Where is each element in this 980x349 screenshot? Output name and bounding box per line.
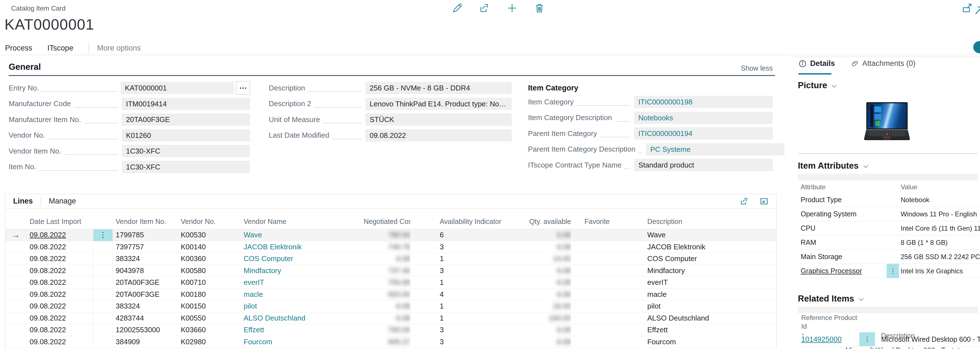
table-row[interactable]: → 09.08.2022 ⋮ 1799785 K00530 Wave 780.5…	[5, 229, 776, 241]
cell-date-last-import[interactable]: 09.08.2022	[30, 302, 66, 311]
cell-vendor-name-link[interactable]: Effzett	[243, 324, 364, 336]
menu-itscope[interactable]: ITscope	[48, 44, 73, 52]
cell-vendor-no[interactable]: K00580	[178, 265, 243, 277]
attribute-row[interactable]: Graphics Processor ⋮ Intel Iris Xe Graph…	[798, 264, 980, 278]
cell-favorite[interactable]	[571, 289, 638, 300]
manufacturer-item-no-input[interactable]: 20TA00F3GE	[122, 113, 250, 125]
cell-favorite[interactable]	[571, 300, 638, 312]
cell-favorite[interactable]	[571, 241, 638, 253]
cell-date-last-import[interactable]: 09.08.2022	[30, 254, 66, 263]
cell-vendor-no[interactable]: K02980	[178, 336, 243, 348]
cell-favorite[interactable]	[571, 265, 638, 277]
entry-no-input[interactable]: KAT0000001	[121, 82, 234, 94]
cell-vendor-name-link[interactable]: ALSO Deutschland	[243, 313, 364, 324]
cell-vendor-item-no[interactable]: 20TA00F3GE	[113, 289, 178, 300]
cell-vendor-no[interactable]: K00710	[178, 277, 243, 289]
table-row[interactable]: → 09.08.2022 ⋮ 9043978 K00580 Mindfactor…	[5, 265, 776, 277]
cell-vendor-name-link[interactable]: Fourcom	[243, 336, 364, 348]
cell-vendor-item-no[interactable]: 1799785	[113, 229, 178, 241]
cell-date-last-import[interactable]: 09.08.2022	[30, 231, 66, 239]
table-row[interactable]: → 09.08.2022 ⋮ 7397757 K00140 JACOB Elek…	[5, 241, 776, 253]
cell-attribute-value[interactable]: Windows 11 Pro - English	[900, 210, 980, 218]
parent-item-category-link[interactable]: ITIC0000000194	[634, 127, 773, 140]
table-row[interactable]: → 09.08.2022 ⋮ 12002553000 K03660 Effzet…	[5, 324, 776, 336]
col-value[interactable]: Value	[900, 183, 980, 191]
lines-tab[interactable]: Lines	[13, 197, 33, 206]
table-row[interactable]: → 09.08.2022 ⋮ 383324 K00150 pilot 6.08 …	[5, 300, 776, 313]
col-favorite[interactable]: Favorite	[571, 217, 638, 225]
table-row[interactable]: → 09.08.2022 ⋮ 384909 K02980 Fourcom 845…	[5, 336, 776, 348]
cell-vendor-item-no[interactable]: 12002553000	[113, 324, 178, 336]
new-button[interactable]	[506, 2, 518, 14]
description-input[interactable]: 256 GB - NVMe - 8 GB - DDR4	[365, 82, 512, 94]
show-less-link[interactable]: Show less	[710, 64, 773, 72]
cell-availability-indicator[interactable]: 3	[410, 241, 507, 253]
table-row[interactable]: → 09.08.2022 ⋮ 4283744 K00550 ALSO Deuts…	[5, 313, 776, 324]
cell-attribute-value[interactable]: Intel Core i5 (11 th Gen) 1135	[900, 224, 980, 232]
cell-date-last-import[interactable]: 09.08.2022	[30, 267, 66, 275]
col-attribute[interactable]: Attribute	[798, 183, 887, 191]
description-2-input[interactable]: Lenovo ThinkPad E14. Product type: Noteb…	[365, 98, 512, 110]
reference-product-id-link[interactable]: 1014925000	[798, 335, 842, 343]
col-vendor-name[interactable]: Vendor Name	[243, 217, 364, 225]
delete-button[interactable]	[534, 2, 545, 14]
lines-open-in-new-button[interactable]	[759, 196, 769, 206]
col-qty-available[interactable]: Qty. available	[507, 217, 571, 225]
cell-attribute-name[interactable]: Main Storage	[798, 253, 887, 261]
last-date-modified-input[interactable]: 09.08.2022	[365, 129, 512, 141]
cell-attribute-value[interactable]: Notebook	[900, 196, 980, 204]
cell-attribute-name[interactable]: RAM	[798, 238, 887, 246]
cell-date-last-import[interactable]: 09.08.2022	[30, 243, 66, 251]
open-in-new-window-button[interactable]	[962, 3, 973, 15]
cell-vendor-name-link[interactable]: macle	[243, 289, 364, 300]
cell-favorite[interactable]	[571, 277, 638, 289]
cell-attribute-value[interactable]: Intel Iris Xe Graphics	[900, 267, 980, 275]
cell-attribute-value[interactable]: 8 GB (1 * 8 GB)	[900, 239, 980, 246]
item-attributes-section-heading[interactable]: Item Attributes	[798, 161, 869, 171]
cell-vendor-name-link[interactable]: COS Computer	[243, 253, 364, 265]
cell-vendor-name-link[interactable]: Wave	[243, 229, 364, 241]
cell-vendor-no[interactable]: K00150	[178, 300, 243, 312]
col-vendor-no[interactable]: Vendor No.	[178, 217, 243, 225]
cell-vendor-name-link[interactable]: everIT	[243, 277, 364, 289]
item-category-description-link[interactable]: Notebooks	[634, 112, 773, 124]
cell-favorite[interactable]	[571, 253, 638, 265]
cell-vendor-name-link[interactable]: JACOB Elektronik	[243, 241, 364, 253]
cell-availability-indicator[interactable]: 4	[410, 289, 507, 300]
cell-date-last-import[interactable]: 09.08.2022	[30, 290, 66, 299]
cell-favorite[interactable]	[571, 336, 638, 348]
col-availability-indicator[interactable]: Availability Indicator	[410, 217, 507, 225]
cell-vendor-item-no[interactable]: 7397757	[113, 241, 178, 253]
menu-process[interactable]: Process	[5, 44, 32, 52]
parent-item-category-description-link[interactable]: PC Systeme	[646, 143, 784, 155]
cell-vendor-no[interactable]: K00180	[178, 289, 243, 300]
cell-availability-indicator[interactable]: 3	[410, 265, 507, 277]
cell-favorite[interactable]	[571, 313, 638, 324]
cell-attribute-name[interactable]: Operating System	[798, 210, 887, 218]
cell-vendor-no[interactable]: K00530	[178, 229, 243, 241]
attribute-row[interactable]: CPU ⋮ Intel Core i5 (11 th Gen) 1135	[798, 221, 980, 235]
attribute-row[interactable]: Product Type ⋮ Notebook	[798, 193, 980, 207]
item-category-link[interactable]: ITIC0000000198	[634, 96, 773, 108]
edit-button[interactable]	[452, 2, 463, 14]
cell-vendor-item-no[interactable]: 4283744	[113, 313, 178, 324]
cell-attribute-value[interactable]: 256 GB SSD M.2 2242 PCIe 3	[900, 253, 980, 261]
general-section-heading[interactable]: General	[9, 62, 41, 72]
cell-vendor-no[interactable]: K00550	[178, 313, 243, 324]
cell-vendor-item-no[interactable]: 383324	[113, 300, 178, 312]
related-items-section-heading[interactable]: Related Items	[798, 294, 865, 304]
cell-date-last-import[interactable]: 09.08.2022	[30, 338, 66, 346]
more-options-button[interactable]: More options	[97, 44, 141, 52]
manufacturer-code-input[interactable]: ITM0019414	[122, 98, 250, 110]
tab-details[interactable]: Details	[799, 59, 835, 68]
tab-attachments[interactable]: Attachments (0)	[851, 59, 916, 68]
itscope-contract-type-input[interactable]: Standard product	[634, 159, 773, 171]
col-vendor-item-no[interactable]: Vendor Item No.	[113, 217, 178, 225]
col-negotiated-cost[interactable]: Negotiated Cost	[364, 217, 410, 225]
unit-of-measure-input[interactable]: STÜCK	[365, 113, 512, 125]
share-button[interactable]	[479, 2, 490, 14]
cell-date-last-import[interactable]: 09.08.2022	[30, 314, 66, 322]
cell-attribute-name[interactable]: CPU	[798, 224, 887, 232]
vendor-item-no-input[interactable]: 1C30-XFC	[122, 145, 250, 157]
cell-vendor-name-link[interactable]: Mindfactory	[243, 265, 364, 277]
